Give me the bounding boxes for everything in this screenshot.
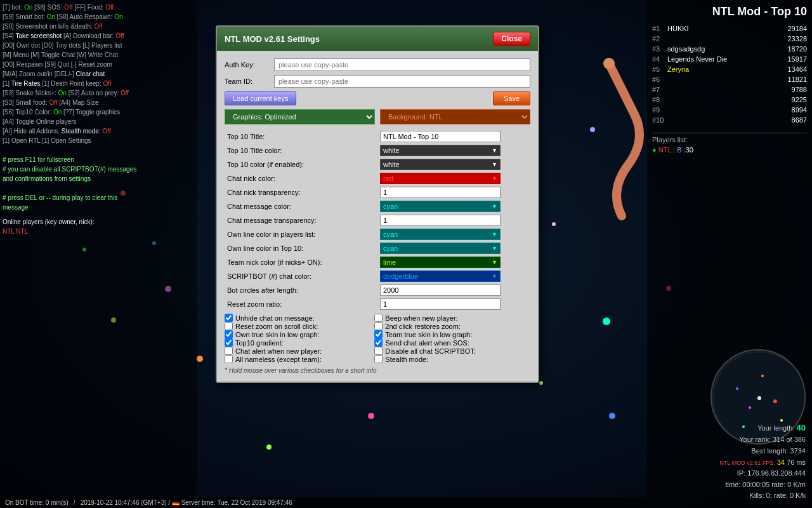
setting-label: SCRIPTBOT (#) chat color: bbox=[225, 269, 377, 283]
auth-key-row: Auth Key: bbox=[225, 58, 530, 71]
setting-label: Chat nick transparency: bbox=[225, 185, 377, 199]
svg-point-6 bbox=[761, 375, 764, 377]
chat-msg-transparency-input[interactable] bbox=[380, 215, 501, 226]
send-chat-sos-label[interactable]: Send chat alert when SOS: bbox=[374, 338, 530, 347]
checkbox-cell: Unhide chat on message: bbox=[225, 314, 374, 322]
checkbox-cell: Beep when new player: bbox=[374, 314, 530, 322]
background-dropdown[interactable]: Background: NTL bbox=[380, 109, 530, 124]
own-line-top10-dropdown[interactable]: cyan▼ bbox=[380, 243, 501, 254]
leaderboard-row: #1 HUKKI 29184 bbox=[652, 23, 807, 34]
team-skin-low-checkbox[interactable] bbox=[374, 330, 383, 338]
your-length-label: Your length: bbox=[757, 424, 794, 432]
leaderboard-row: #2 23328 bbox=[652, 34, 807, 44]
chat-msg-color-dropdown[interactable]: cyan▼ bbox=[380, 201, 501, 212]
leaderboard-rank: #8 bbox=[652, 96, 667, 104]
sidebar-smartbot-line: [S9] Smart bot: On [S8] Auto Respawn: On bbox=[3, 12, 194, 22]
setting-label: Own line color in players list: bbox=[225, 227, 377, 241]
graphics-dropdown[interactable]: Graphics: Optimized bbox=[225, 109, 375, 124]
setting-value[interactable] bbox=[377, 213, 530, 227]
bot-time: On BOT time: 0 min(s) bbox=[5, 499, 69, 506]
send-chat-sos-checkbox[interactable] bbox=[374, 338, 383, 347]
all-nameless-checkbox[interactable] bbox=[225, 355, 233, 363]
top10-title-input[interactable] bbox=[380, 131, 501, 142]
checkbox-cell: Send chat alert when SOS: bbox=[374, 338, 530, 347]
setting-value[interactable]: dodgerblue▼ bbox=[377, 269, 530, 283]
leaderboard-score: 8687 bbox=[792, 116, 807, 124]
leaderboard-rank: #5 bbox=[652, 65, 667, 73]
stealth-mode-label[interactable]: Stealth mode: bbox=[374, 355, 530, 363]
leaderboard: #1 HUKKI 29184 #2 23328 #3 sdgsadgsdg 18… bbox=[652, 23, 807, 125]
save-button[interactable]: Save bbox=[493, 91, 530, 105]
leaderboard-score: 13464 bbox=[787, 65, 807, 73]
setting-row: Chat nick color: red▼ bbox=[225, 171, 530, 185]
team-nick-color-dropdown[interactable]: lime▼ bbox=[380, 257, 501, 268]
leaderboard-row: #8 9225 bbox=[652, 95, 807, 105]
checkbox-cell: All nameless (except team): bbox=[225, 355, 374, 363]
setting-value[interactable] bbox=[377, 130, 530, 144]
setting-label: Chat message color: bbox=[225, 199, 377, 213]
disable-scriptbot-checkbox[interactable] bbox=[374, 347, 383, 355]
own-line-players-dropdown[interactable]: cyan▼ bbox=[380, 229, 501, 240]
disable-scriptbot-label[interactable]: Disable all chat SCRIPTBOT: bbox=[374, 347, 530, 355]
team-skin-low-label[interactable]: Team true skin in low graph: bbox=[374, 330, 530, 338]
top10-gradient-label[interactable]: Top10 gradient: bbox=[225, 338, 374, 347]
setting-label: Top 10 Title: bbox=[225, 130, 377, 144]
checkboxes-table: Unhide chat on message: Beep when new pl… bbox=[225, 314, 530, 363]
setting-value[interactable]: red▼ bbox=[377, 171, 530, 185]
reset-zoom-scroll-label[interactable]: Reset zoom on scroll click: bbox=[225, 322, 374, 330]
auth-key-input[interactable] bbox=[274, 58, 530, 71]
unhide-chat-label[interactable]: Unhide chat on message: bbox=[225, 314, 374, 322]
setting-value[interactable]: cyan▼ bbox=[377, 199, 530, 213]
team-id-input[interactable] bbox=[274, 75, 530, 88]
setting-value[interactable]: lime▼ bbox=[377, 255, 530, 269]
setting-value[interactable]: white▼ bbox=[377, 144, 530, 157]
reset-zoom-scroll-checkbox[interactable] bbox=[225, 322, 233, 330]
top10-color-dropdown[interactable]: white▼ bbox=[380, 159, 501, 170]
all-nameless-label[interactable]: All nameless (except team): bbox=[225, 355, 374, 363]
online-players-value: NTL NTL bbox=[3, 227, 194, 236]
chat-nick-color-dropdown[interactable]: red▼ bbox=[380, 173, 501, 184]
settings-footer-note: * Hold mouse over various checkboxes for… bbox=[225, 367, 530, 374]
own-skin-low-label[interactable]: Own true skin in low graph: bbox=[225, 330, 374, 338]
2nd-click-zoom-label[interactable]: 2nd click restores zoom: bbox=[374, 322, 530, 330]
beep-new-player-checkbox[interactable] bbox=[374, 314, 383, 322]
scriptbot-color-dropdown[interactable]: dodgerblue▼ bbox=[380, 271, 501, 282]
setting-value[interactable] bbox=[377, 297, 530, 311]
top10-gradient-checkbox[interactable] bbox=[225, 338, 233, 347]
server-time: 2019-10-22 10:47:46 (GMT+3) / 🇩🇪 Server … bbox=[81, 499, 292, 506]
setting-value[interactable] bbox=[377, 283, 530, 297]
setting-value[interactable] bbox=[377, 185, 530, 199]
chat-nick-transparency-input[interactable] bbox=[380, 187, 501, 198]
beep-new-player-label[interactable]: Beep when new player: bbox=[374, 314, 530, 322]
sidebar-del-hint: # press DEL or -- during play to clear t… bbox=[3, 193, 194, 203]
leaderboard-row: #7 9788 bbox=[652, 84, 807, 95]
close-button[interactable]: Close bbox=[493, 32, 530, 46]
leaderboard-row: #10 8687 bbox=[652, 115, 807, 125]
chat-alert-new-checkbox[interactable] bbox=[225, 347, 233, 355]
best-length-row: Best length: 3734 bbox=[719, 446, 806, 457]
reset-zoom-ratio-input[interactable] bbox=[380, 298, 501, 310]
setting-value[interactable]: cyan▼ bbox=[377, 227, 530, 241]
bot-circles-length-input[interactable] bbox=[380, 284, 501, 296]
leaderboard-rank: #7 bbox=[652, 86, 667, 93]
game-orb bbox=[197, 356, 203, 362]
setting-row: SCRIPTBOT (#) chat color: dodgerblue▼ bbox=[225, 269, 530, 283]
setting-value[interactable]: cyan▼ bbox=[377, 241, 530, 255]
load-keys-button[interactable]: Load current keys bbox=[225, 91, 296, 105]
own-skin-low-checkbox[interactable] bbox=[225, 330, 233, 338]
stats-panel: Your length: 40 Your rank: 314 of 386 Be… bbox=[719, 422, 806, 502]
setting-value[interactable]: white▼ bbox=[377, 157, 530, 171]
leaderboard-row: #6 11821 bbox=[652, 74, 807, 84]
setting-row: Team nick color (if nicks+ ON): lime▼ bbox=[225, 255, 530, 269]
chat-alert-new-label[interactable]: Chat alert when new player: bbox=[225, 347, 374, 355]
checkbox-row: Own true skin in low graph: Team true sk… bbox=[225, 330, 530, 338]
top10-title-color-dropdown[interactable]: white▼ bbox=[380, 145, 501, 156]
leaderboard-score: 18720 bbox=[787, 45, 807, 53]
unhide-chat-checkbox[interactable] bbox=[225, 314, 233, 322]
sidebar-online-toggle-line: [A4] Toggle Online players bbox=[3, 117, 194, 126]
2nd-click-zoom-checkbox[interactable] bbox=[374, 322, 383, 330]
online-players-section: Online players (key owner, nick): NTL NT… bbox=[3, 217, 194, 236]
stealth-mode-checkbox[interactable] bbox=[374, 355, 383, 363]
sidebar-hide-line: [A/] Hide all Addons. Stealth mode: Off bbox=[3, 126, 194, 136]
settings-header: NTL MOD v2.61 Settings Close bbox=[217, 27, 538, 51]
